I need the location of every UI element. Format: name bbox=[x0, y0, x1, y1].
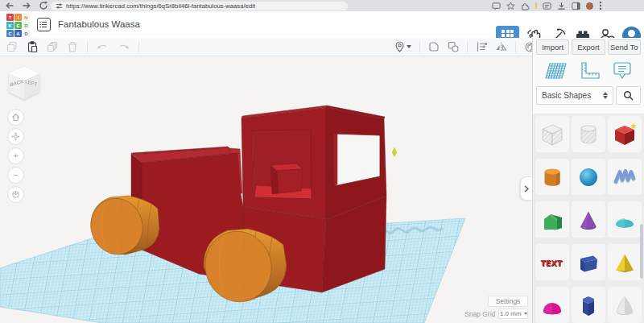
shape-polygon[interactable] bbox=[572, 287, 605, 323]
perspective-toggle-button[interactable] bbox=[7, 186, 24, 203]
browser-chrome: https://www.tinkercad.com/things/6qSr8bi… bbox=[0, 0, 644, 11]
snap-grid-caret-icon bbox=[524, 313, 527, 315]
ruler-tool-icon[interactable] bbox=[580, 61, 601, 81]
url-text: https://www.tinkercad.com/things/6qSr8bi… bbox=[66, 2, 255, 10]
site-info-icon[interactable] bbox=[56, 2, 63, 10]
shape-cylinder-transparent[interactable] bbox=[572, 116, 605, 152]
import-button[interactable]: Import bbox=[536, 39, 569, 55]
duplicate-icon[interactable] bbox=[47, 41, 58, 52]
tab-search-icon[interactable] bbox=[543, 2, 551, 10]
refresh-icon[interactable] bbox=[39, 1, 48, 10]
shape-category-select[interactable]: Basic Shapes bbox=[536, 86, 613, 105]
notes-tool-icon[interactable] bbox=[612, 61, 633, 81]
shape-wedge[interactable] bbox=[572, 244, 605, 280]
panel-scrollbar[interactable] bbox=[640, 224, 643, 279]
shape-cylinder[interactable] bbox=[535, 159, 569, 195]
new-shape-star-icon bbox=[630, 122, 636, 128]
home-view-button[interactable] bbox=[7, 109, 24, 126]
side-panel-icon[interactable] bbox=[572, 2, 580, 10]
zoom-out-button[interactable]: − bbox=[7, 167, 24, 184]
shape-text[interactable]: TEXT TEXT bbox=[535, 244, 569, 280]
pin-dropdown-caret[interactable] bbox=[407, 45, 411, 48]
shape-search-button[interactable] bbox=[616, 86, 641, 105]
paste-icon[interactable] bbox=[27, 41, 38, 52]
shapes-panel: Import Export Send To Basic Shapes bbox=[532, 38, 644, 323]
snap-grid-label: Snap Grid bbox=[464, 310, 495, 318]
search-icon bbox=[623, 90, 634, 101]
panel-collapse-handle[interactable] bbox=[520, 176, 532, 201]
notification-bar bbox=[535, 2, 537, 9]
address-bar[interactable]: https://www.tinkercad.com/things/6qSr8bi… bbox=[51, 2, 348, 10]
snap-grid-control: Snap Grid 1.0 mm bbox=[464, 309, 528, 319]
settings-button[interactable]: Settings bbox=[488, 296, 528, 307]
svg-text:TEXT: TEXT bbox=[540, 259, 563, 267]
copy-icon[interactable] bbox=[6, 41, 18, 52]
align-icon[interactable] bbox=[476, 41, 487, 52]
shape-pyramid[interactable] bbox=[608, 244, 642, 280]
shape-cone[interactable] bbox=[572, 201, 605, 238]
browser-profile-avatar[interactable] bbox=[586, 2, 593, 10]
workplane-pin-icon[interactable] bbox=[394, 41, 411, 52]
shape-roof[interactable] bbox=[535, 201, 569, 238]
send-to-button[interactable]: Send To bbox=[608, 39, 641, 55]
shape-half-sphere[interactable] bbox=[535, 287, 569, 323]
cast-icon[interactable] bbox=[492, 2, 501, 10]
sparkle-indicator bbox=[392, 148, 397, 157]
undo-icon[interactable] bbox=[97, 42, 109, 52]
mirror-icon[interactable] bbox=[495, 41, 507, 52]
download-icon[interactable] bbox=[557, 2, 566, 10]
shape-category-value: Basic Shapes bbox=[542, 91, 591, 100]
tinkercad-logo[interactable]: T I N K E R C A D bbox=[6, 14, 30, 37]
bookmark-star-icon[interactable] bbox=[506, 2, 515, 10]
shape-scribble[interactable] bbox=[608, 159, 642, 195]
fit-view-button[interactable] bbox=[7, 128, 24, 145]
shape-outline-icon[interactable] bbox=[428, 41, 440, 52]
shape-half-sphere-low[interactable] bbox=[608, 201, 642, 238]
bed-left-wall bbox=[131, 154, 142, 203]
design-menu-icon[interactable] bbox=[37, 18, 51, 31]
seat-front bbox=[277, 169, 303, 193]
zoom-in-button[interactable]: + bbox=[7, 147, 24, 164]
shape-sphere[interactable] bbox=[572, 159, 605, 195]
shape-box-transparent[interactable] bbox=[535, 116, 569, 152]
back-icon[interactable] bbox=[5, 1, 14, 10]
redo-icon[interactable] bbox=[118, 42, 130, 52]
tinkercad-editor-window: https://www.tinkercad.com/things/6qSr8bi… bbox=[0, 0, 644, 323]
view-navigation: + − bbox=[7, 109, 24, 203]
workplane-tool-icon[interactable] bbox=[544, 61, 568, 81]
export-button[interactable]: Export bbox=[572, 39, 605, 55]
delete-icon[interactable] bbox=[67, 41, 78, 52]
design-title[interactable]: Fantabulous Waasa bbox=[58, 19, 140, 29]
scene-3d-viewport[interactable] bbox=[0, 57, 532, 323]
app-header: T I N K E R C A D Fantabulous Waasa bbox=[0, 11, 644, 38]
snap-grid-select[interactable]: 1.0 mm bbox=[498, 309, 528, 319]
shape-box[interactable] bbox=[608, 116, 642, 152]
shape-gallery: TEXT TEXT bbox=[533, 114, 644, 323]
extensions-icon[interactable] bbox=[521, 2, 530, 10]
shape-paraboloid[interactable] bbox=[608, 287, 642, 323]
group-icon[interactable] bbox=[448, 41, 459, 52]
edit-toolbar bbox=[0, 38, 532, 56]
browser-menu-icon[interactable] bbox=[599, 1, 602, 10]
select-caret-icon bbox=[603, 92, 608, 100]
view-cube[interactable]: BACK LEFT bbox=[8, 66, 40, 100]
forward-icon[interactable] bbox=[22, 1, 31, 10]
